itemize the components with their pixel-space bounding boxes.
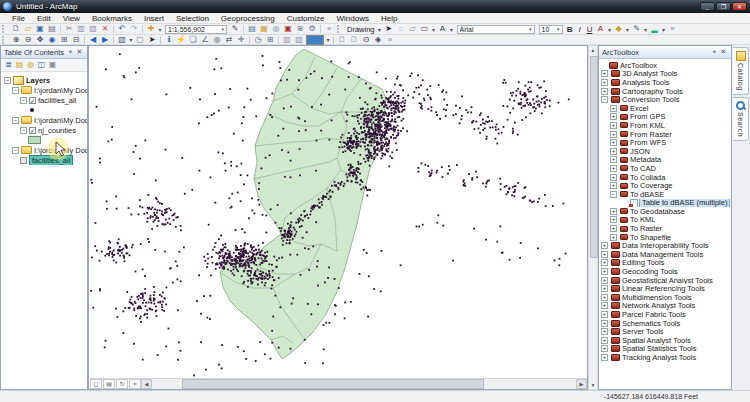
fill-color-icon[interactable]: ▂ (649, 24, 661, 34)
save-icon[interactable]: ▣ (34, 24, 46, 34)
tree-expander-icon[interactable]: + (601, 277, 608, 284)
symbol-swatch[interactable] (306, 35, 324, 45)
toolbox-item-spatial-analyst-tools[interactable]: +Spatial Analyst Tools (599, 336, 731, 345)
toc-item-nj-counties[interactable]: −✓nj_counties (1, 125, 87, 135)
font-combo[interactable]: Arial▾ (457, 25, 535, 34)
tools-overflow-icon[interactable]: » (384, 35, 396, 45)
toolbox-item-to-raster[interactable]: +To Raster (599, 224, 731, 233)
menu-selection[interactable]: Selection (170, 14, 215, 23)
tree-expander-icon[interactable]: + (601, 320, 608, 327)
toolbox-item-arctoolbox[interactable]: ArcToolbox (599, 61, 731, 70)
tree-expander-icon[interactable]: + (610, 182, 617, 189)
tree-expander-icon[interactable]: + (610, 225, 617, 232)
menu-help[interactable]: Help (375, 14, 403, 23)
vscroll-thumb[interactable] (590, 56, 598, 258)
tree-expander-icon[interactable]: + (610, 122, 617, 129)
find-route-icon[interactable]: ⇄ (223, 35, 235, 45)
toolbar-grip[interactable] (2, 36, 7, 44)
html-popup-icon[interactable]: ❏ (187, 35, 199, 45)
menu-geoprocessing[interactable]: Geoprocessing (215, 14, 281, 23)
underline-button[interactable]: U (585, 25, 595, 34)
tree-expander-icon[interactable]: + (601, 88, 608, 95)
print-icon[interactable]: ▤ (46, 24, 58, 34)
pause-drawing-button[interactable]: = (129, 379, 141, 389)
arctoolbox-close-icon[interactable]: ✕ (719, 48, 728, 56)
swatch-dropdown-icon[interactable]: ▾ (325, 36, 331, 43)
select-elements-arrow-icon[interactable]: ➤ (146, 35, 158, 45)
font-size-combo[interactable]: 10▾ (539, 25, 563, 34)
menu-bookmarks[interactable]: Bookmarks (86, 14, 138, 23)
list-by-source-icon[interactable]: ▤ (14, 60, 25, 70)
tree-expander-icon[interactable]: + (610, 113, 617, 120)
vscroll-down-arrow[interactable]: ▼ (589, 381, 597, 389)
toc-item-facilities-all[interactable]: −✓facilities_all (1, 95, 87, 105)
toolbox-item-to-collada[interactable]: +To Collada (599, 173, 731, 182)
delete-icon[interactable]: ✕ (99, 24, 111, 34)
tree-expander-icon[interactable]: + (610, 139, 617, 146)
rotate-icon[interactable]: ◌ (395, 24, 407, 34)
search-window-icon[interactable]: ◎ (270, 24, 282, 34)
toolbox-item-conversion-tools[interactable]: −Conversion Tools (599, 95, 731, 104)
vscroll-up-arrow[interactable]: ▲ (589, 46, 597, 54)
toc-item-i-jordan-my-documents[interactable]: −I:\jordan\My Documents (1, 115, 87, 125)
forward-extent-icon[interactable]: ▶ (99, 35, 111, 45)
toolbox-item-geostatistical-analyst-tools[interactable]: +Geostatistical Analyst Tools (599, 276, 731, 285)
select-elements-icon[interactable]: ➤ (383, 24, 395, 34)
toolbox-item-to-geodatabase[interactable]: +To Geodatabase (599, 207, 731, 216)
bold-button[interactable]: B (565, 25, 575, 34)
drawing-overflow-icon[interactable]: » (667, 24, 679, 34)
italic-button[interactable]: I (575, 25, 585, 34)
toolbar-grip[interactable] (337, 25, 342, 33)
toolbox-item-parcel-fabric-tools[interactable]: +Parcel Fabric Tools (599, 310, 731, 319)
map-viewport[interactable]: ◻▤↻= ◀ ▶ (88, 45, 588, 390)
add-data-icon[interactable]: ✚ (145, 24, 157, 34)
new-document-icon[interactable]: 🗋 (10, 24, 22, 34)
tree-expander-icon[interactable]: − (601, 96, 608, 103)
zoom-in-icon[interactable]: ⊕ (10, 35, 22, 45)
toc-options-icon[interactable]: ▣ (47, 60, 58, 70)
tree-expander-icon[interactable]: + (610, 174, 617, 181)
tree-expander-icon[interactable]: + (610, 148, 617, 155)
go-to-xy-icon[interactable]: ✛ (235, 35, 247, 45)
toolbox-item-to-dbase[interactable]: −To dBASE (599, 190, 731, 199)
tree-expander-icon[interactable]: + (610, 105, 617, 112)
map-scale-combo[interactable]: 1:1,556,902▾ (165, 25, 227, 34)
toolbox-item-to-shapefile[interactable]: +To Shapefile (599, 233, 731, 242)
toc-symbol-polygon[interactable] (1, 135, 87, 145)
arctoolbox-pin-icon[interactable]: ⌖ (710, 48, 719, 56)
list-by-visibility-icon[interactable]: ◍ (25, 60, 36, 70)
toolbox-item-server-tools[interactable]: +Server Tools (599, 327, 731, 336)
point-symbol[interactable] (30, 108, 34, 112)
viewer-window-icon[interactable]: ⊞ (264, 35, 276, 45)
hscroll-right-arrow[interactable]: ▶ (576, 379, 587, 389)
undo-icon[interactable]: ↶ (116, 24, 128, 34)
toolbox-item-schematics-tools[interactable]: +Schematics Tools (599, 319, 731, 328)
tree-expander-icon[interactable]: + (610, 165, 617, 172)
line-color-icon[interactable]: ✎ (631, 24, 643, 34)
toolbox-item-cartography-tools[interactable]: +Cartography Tools (599, 87, 731, 96)
hyperlink-icon[interactable]: ⚡ (175, 35, 187, 45)
overflow-icon[interactable]: » (323, 24, 335, 34)
drawing-menu-label[interactable]: Drawing (347, 25, 375, 34)
full-extent-icon[interactable]: ◉ (46, 35, 58, 45)
toolbox-item-multidimension-tools[interactable]: +Multidimension Tools (599, 293, 731, 302)
fixed-zoom-in-icon[interactable]: ⊞ (58, 35, 70, 45)
locator-icon[interactable]: ◈ (372, 35, 384, 45)
layer-checkbox[interactable]: ✓ (29, 127, 36, 134)
list-by-drawing-order-icon[interactable]: ≣ (3, 60, 14, 70)
measure-icon[interactable]: ∠ (199, 35, 211, 45)
tree-expander-icon[interactable]: + (601, 70, 608, 77)
toolbox-item-metadata[interactable]: +Metadata (599, 156, 731, 165)
close-button[interactable]: ✕ (732, 2, 747, 11)
add-data-dropdown-icon[interactable]: ▾ (157, 26, 163, 33)
identify-icon[interactable]: ℹ (163, 35, 175, 45)
page-icon[interactable]: 🗋 (336, 35, 348, 45)
overlay-icon[interactable]: ▧ (293, 35, 305, 45)
tree-expander-icon[interactable]: + (601, 268, 608, 275)
tree-expander-icon[interactable]: + (610, 234, 617, 241)
clear-selection-icon[interactable]: ▢ (134, 35, 146, 45)
page2-icon[interactable]: 🗋 (348, 35, 360, 45)
data-view-button[interactable]: ◻ (90, 379, 102, 389)
text-tool-icon[interactable]: A (437, 24, 449, 34)
toolbox-item-linear-referencing-tools[interactable]: +Linear Referencing Tools (599, 284, 731, 293)
